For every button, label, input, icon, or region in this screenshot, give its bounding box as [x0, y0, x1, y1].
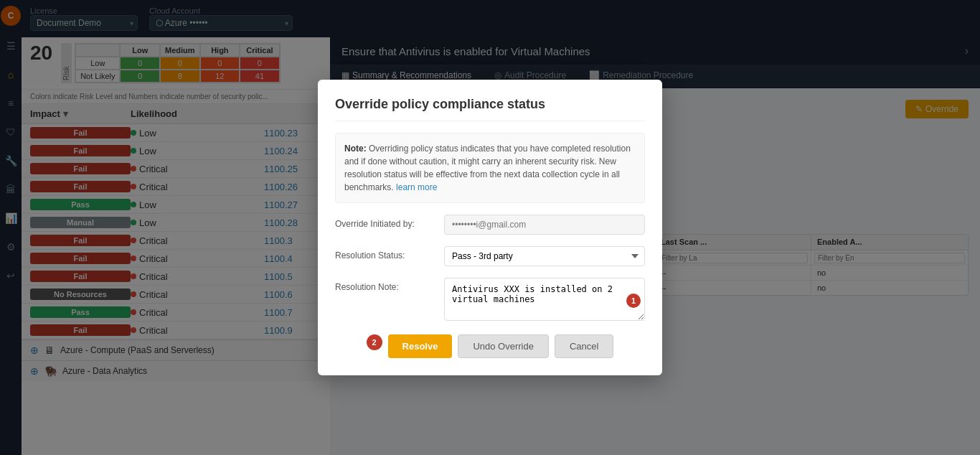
note-control: Antivirus XXX is installed on 2 virtual … [444, 278, 645, 323]
learn-more-link[interactable]: learn more [396, 182, 437, 192]
resolution-control: Pass - 3rd party Pass - Risk Accepted Fa… [444, 246, 645, 266]
resolution-select[interactable]: Pass - 3rd party Pass - Risk Accepted Fa… [444, 246, 645, 266]
initiated-row: Override Initiated by: [335, 215, 645, 235]
override-modal: Override policy compliance status Note: … [318, 80, 662, 375]
undo-override-button[interactable]: Undo Override [458, 334, 549, 358]
note-row: Resolution Note: Antivirus XXX is instal… [335, 278, 645, 323]
cancel-button[interactable]: Cancel [555, 334, 613, 358]
badge-2: 2 [367, 334, 382, 350]
modal-actions: 2 Resolve Undo Override Cancel [335, 334, 645, 358]
note-form-label: Resolution Note: [335, 278, 435, 292]
resolution-label: Resolution Status: [335, 246, 435, 261]
modal-note: Note: Overriding policy status indicates… [335, 133, 645, 203]
note-bold: Note: [344, 144, 367, 154]
badge-1: 1 [626, 294, 641, 308]
initiated-input[interactable] [444, 215, 645, 235]
note-textarea[interactable]: Antivirus XXX is installed on 2 virtual … [444, 278, 645, 321]
initiated-control [444, 215, 645, 235]
modal-overlay: Override policy compliance status Note: … [0, 0, 980, 455]
textarea-wrapper: Antivirus XXX is installed on 2 virtual … [444, 278, 645, 323]
initiated-label: Override Initiated by: [335, 215, 435, 229]
modal-title: Override policy compliance status [335, 97, 645, 121]
resolution-row: Resolution Status: Pass - 3rd party Pass… [335, 246, 645, 266]
resolve-button[interactable]: Resolve [388, 334, 453, 358]
note-text: Overriding policy status indicates that … [344, 144, 631, 192]
